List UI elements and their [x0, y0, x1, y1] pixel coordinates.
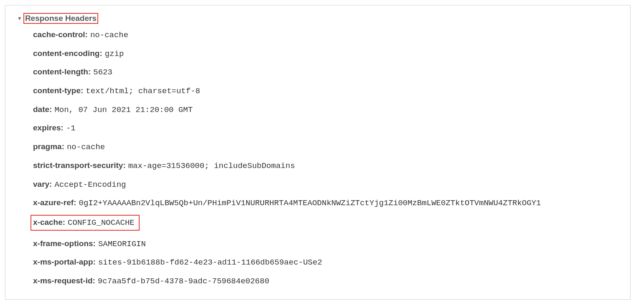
header-content-type: content-type:text/html; charset=utf-8	[33, 86, 200, 97]
header-name: x-cache:	[33, 218, 65, 227]
header-name: cache-control:	[33, 30, 88, 39]
header-x-cache: x-cache:CONFIG_NOCACHE	[31, 215, 140, 231]
header-content-length: content-length:5623	[33, 67, 112, 78]
header-value: max-age=31536000; includeSubDomains	[128, 161, 295, 171]
header-name: expires:	[33, 123, 64, 132]
section-title: Response Headers	[23, 13, 98, 24]
header-value: no-cache	[67, 143, 105, 152]
collapse-triangle-icon[interactable]: ▼	[17, 15, 22, 21]
header-value: 0gI2+YAAAAABn2VlqLBW5Qb+Un/PHimPiV1NURUR…	[79, 199, 541, 208]
header-cache-control: cache-control:no-cache	[33, 30, 128, 41]
section-header[interactable]: ▼ Response Headers	[17, 13, 98, 24]
header-name: pragma:	[33, 142, 64, 151]
header-value: no-cache	[90, 31, 128, 40]
header-x-ms-portal-app: x-ms-portal-app:sites-91b6188b-fd62-4e23…	[33, 257, 322, 268]
header-name: x-azure-ref:	[33, 198, 76, 207]
header-pragma: pragma:no-cache	[33, 142, 105, 153]
header-date: date:Mon, 07 Jun 2021 21:20:00 GMT	[33, 104, 193, 115]
header-value: Accept-Encoding	[54, 180, 126, 189]
header-content-encoding: content-encoding:gzip	[33, 48, 124, 59]
header-x-frame-options: x-frame-options:SAMEORIGIN	[33, 239, 146, 249]
header-name: x-ms-portal-app:	[33, 257, 96, 266]
header-x-azure-ref: x-azure-ref:0gI2+YAAAAABn2VlqLBW5Qb+Un/P…	[33, 198, 541, 209]
header-x-ms-request-id: x-ms-request-id:9c7aa5fd-b75d-4378-9adc-…	[33, 276, 269, 287]
header-name: x-frame-options:	[33, 239, 96, 248]
header-name: date:	[33, 105, 52, 114]
header-value: CONFIG_NOCACHE	[68, 218, 135, 227]
header-name: vary:	[33, 180, 52, 188]
header-name: content-length:	[33, 67, 91, 76]
header-value: Mon, 07 Jun 2021 21:20:00 GMT	[54, 105, 193, 115]
headers-panel: ▼ Response Headers cache-control:no-cach…	[5, 5, 631, 300]
response-headers-list: cache-control:no-cache content-encoding:…	[13, 30, 623, 287]
header-value: 5623	[93, 68, 112, 77]
header-strict-transport-security: strict-transport-security:max-age=315360…	[33, 160, 295, 171]
header-name: content-type:	[33, 86, 83, 95]
header-name: x-ms-request-id:	[33, 276, 95, 285]
header-value: SAMEORIGIN	[98, 239, 146, 249]
header-expires: expires:-1	[33, 123, 76, 134]
header-value: 9c7aa5fd-b75d-4378-9adc-759684e02680	[98, 277, 269, 286]
header-value: gzip	[105, 49, 124, 59]
header-name: strict-transport-security:	[33, 161, 126, 170]
header-value: text/html; charset=utf-8	[86, 87, 200, 96]
header-value: sites-91b6188b-fd62-4e23-ad11-1166db659a…	[98, 258, 322, 267]
header-vary: vary:Accept-Encoding	[33, 179, 126, 190]
header-name: content-encoding:	[33, 49, 102, 58]
header-value: -1	[66, 124, 76, 133]
